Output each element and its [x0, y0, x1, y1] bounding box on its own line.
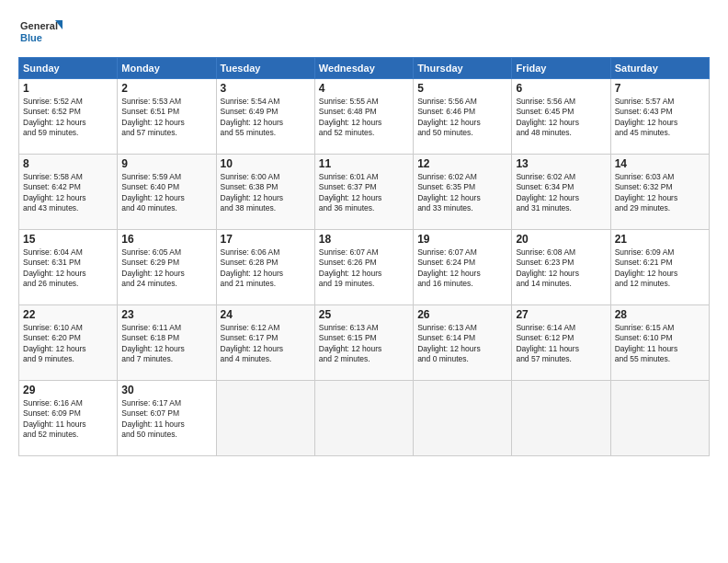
- day-number: 19: [417, 233, 507, 246]
- day-info: Sunrise: 6:14 AMSunset: 6:12 PMDaylight:…: [516, 323, 606, 365]
- day-number: 8: [23, 157, 113, 170]
- day-number: 5: [417, 82, 507, 95]
- day-number: 29: [23, 384, 113, 396]
- day-info: Sunrise: 5:57 AMSunset: 6:43 PMDaylight:…: [615, 97, 705, 139]
- logo-svg: General Blue: [18, 17, 64, 50]
- day-number: 17: [221, 233, 311, 246]
- day-number: 28: [615, 308, 705, 321]
- day-info: Sunrise: 6:01 AMSunset: 6:37 PMDaylight:…: [319, 172, 409, 214]
- day-info: Sunrise: 5:54 AMSunset: 6:49 PMDaylight:…: [221, 97, 311, 139]
- day-info: Sunrise: 5:55 AMSunset: 6:48 PMDaylight:…: [319, 97, 409, 139]
- col-header-tuesday: Tuesday: [216, 58, 314, 79]
- svg-text:Blue: Blue: [20, 32, 42, 43]
- day-info: Sunrise: 6:13 AMSunset: 6:15 PMDaylight:…: [319, 323, 409, 365]
- header: General Blue: [18, 17, 710, 50]
- day-cell: 25Sunrise: 6:13 AMSunset: 6:15 PMDayligh…: [314, 305, 413, 381]
- day-number: 27: [516, 308, 606, 321]
- day-cell: [216, 381, 314, 456]
- day-number: 12: [417, 157, 507, 170]
- day-info: Sunrise: 6:04 AMSunset: 6:31 PMDaylight:…: [23, 247, 113, 290]
- day-cell: 1Sunrise: 5:52 AMSunset: 6:52 PMDaylight…: [19, 79, 118, 155]
- day-cell: 10Sunrise: 6:00 AMSunset: 6:38 PMDayligh…: [216, 155, 314, 230]
- day-info: Sunrise: 5:58 AMSunset: 6:42 PMDaylight:…: [23, 172, 113, 214]
- day-cell: 12Sunrise: 6:02 AMSunset: 6:35 PMDayligh…: [414, 155, 512, 230]
- day-cell: 13Sunrise: 6:02 AMSunset: 6:34 PMDayligh…: [512, 155, 610, 230]
- day-cell: 11Sunrise: 6:01 AMSunset: 6:37 PMDayligh…: [314, 155, 413, 230]
- day-number: 13: [516, 157, 606, 170]
- day-info: Sunrise: 6:16 AMSunset: 6:09 PMDaylight:…: [23, 398, 113, 441]
- col-header-monday: Monday: [118, 58, 216, 79]
- calendar-page: General Blue SundayMondayTuesdayWednesda…: [0, 0, 728, 563]
- day-number: 10: [221, 157, 311, 170]
- day-number: 4: [319, 82, 409, 95]
- svg-text:General: General: [20, 20, 58, 31]
- day-info: Sunrise: 6:08 AMSunset: 6:23 PMDaylight:…: [516, 247, 606, 290]
- day-cell: 16Sunrise: 6:05 AMSunset: 6:29 PMDayligh…: [118, 230, 216, 305]
- day-cell: 5Sunrise: 5:56 AMSunset: 6:46 PMDaylight…: [414, 79, 512, 155]
- week-row-2: 8Sunrise: 5:58 AMSunset: 6:42 PMDaylight…: [19, 155, 710, 230]
- day-number: 18: [319, 233, 409, 246]
- day-info: Sunrise: 5:52 AMSunset: 6:52 PMDaylight:…: [23, 97, 113, 139]
- week-row-5: 29Sunrise: 6:16 AMSunset: 6:09 PMDayligh…: [19, 381, 710, 456]
- day-number: 7: [615, 82, 705, 95]
- day-cell: [610, 381, 709, 456]
- col-header-sunday: Sunday: [19, 58, 118, 79]
- day-cell: [314, 381, 413, 456]
- day-cell: 8Sunrise: 5:58 AMSunset: 6:42 PMDaylight…: [19, 155, 118, 230]
- day-info: Sunrise: 6:12 AMSunset: 6:17 PMDaylight:…: [221, 323, 311, 365]
- day-number: 11: [319, 157, 409, 170]
- day-cell: 7Sunrise: 5:57 AMSunset: 6:43 PMDaylight…: [610, 79, 709, 155]
- day-number: 24: [221, 308, 311, 321]
- day-info: Sunrise: 6:06 AMSunset: 6:28 PMDaylight:…: [221, 247, 311, 290]
- day-info: Sunrise: 6:09 AMSunset: 6:21 PMDaylight:…: [615, 247, 705, 290]
- col-header-thursday: Thursday: [414, 58, 512, 79]
- day-cell: 15Sunrise: 6:04 AMSunset: 6:31 PMDayligh…: [19, 230, 118, 305]
- day-info: Sunrise: 6:00 AMSunset: 6:38 PMDaylight:…: [221, 172, 311, 214]
- day-cell: 17Sunrise: 6:06 AMSunset: 6:28 PMDayligh…: [216, 230, 314, 305]
- week-row-4: 22Sunrise: 6:10 AMSunset: 6:20 PMDayligh…: [19, 305, 710, 381]
- day-number: 14: [615, 157, 705, 170]
- day-cell: 9Sunrise: 5:59 AMSunset: 6:40 PMDaylight…: [118, 155, 216, 230]
- day-info: Sunrise: 6:07 AMSunset: 6:24 PMDaylight:…: [417, 247, 507, 290]
- day-info: Sunrise: 5:53 AMSunset: 6:51 PMDaylight:…: [121, 97, 211, 139]
- calendar-table: SundayMondayTuesdayWednesdayThursdayFrid…: [18, 57, 710, 456]
- day-number: 20: [516, 233, 606, 246]
- col-header-saturday: Saturday: [610, 58, 709, 79]
- day-number: 22: [23, 308, 113, 321]
- day-number: 9: [121, 157, 211, 170]
- day-info: Sunrise: 5:56 AMSunset: 6:46 PMDaylight:…: [417, 97, 507, 139]
- logo: General Blue: [18, 17, 64, 50]
- day-info: Sunrise: 6:11 AMSunset: 6:18 PMDaylight:…: [121, 323, 211, 365]
- day-number: 1: [23, 82, 113, 95]
- day-cell: 26Sunrise: 6:13 AMSunset: 6:14 PMDayligh…: [414, 305, 512, 381]
- day-cell: 30Sunrise: 6:17 AMSunset: 6:07 PMDayligh…: [118, 381, 216, 456]
- day-cell: 3Sunrise: 5:54 AMSunset: 6:49 PMDaylight…: [216, 79, 314, 155]
- day-cell: 4Sunrise: 5:55 AMSunset: 6:48 PMDaylight…: [314, 79, 413, 155]
- day-cell: [414, 381, 512, 456]
- day-cell: 28Sunrise: 6:15 AMSunset: 6:10 PMDayligh…: [610, 305, 709, 381]
- day-info: Sunrise: 6:10 AMSunset: 6:20 PMDaylight:…: [23, 323, 113, 365]
- col-header-friday: Friday: [512, 58, 610, 79]
- day-cell: 22Sunrise: 6:10 AMSunset: 6:20 PMDayligh…: [19, 305, 118, 381]
- day-number: 2: [121, 82, 211, 95]
- day-cell: 29Sunrise: 6:16 AMSunset: 6:09 PMDayligh…: [19, 381, 118, 456]
- day-info: Sunrise: 6:05 AMSunset: 6:29 PMDaylight:…: [121, 247, 211, 290]
- day-cell: 24Sunrise: 6:12 AMSunset: 6:17 PMDayligh…: [216, 305, 314, 381]
- day-info: Sunrise: 6:02 AMSunset: 6:35 PMDaylight:…: [417, 172, 507, 214]
- day-info: Sunrise: 5:56 AMSunset: 6:45 PMDaylight:…: [516, 97, 606, 139]
- day-info: Sunrise: 6:07 AMSunset: 6:26 PMDaylight:…: [319, 247, 409, 290]
- day-cell: 6Sunrise: 5:56 AMSunset: 6:45 PMDaylight…: [512, 79, 610, 155]
- day-cell: 23Sunrise: 6:11 AMSunset: 6:18 PMDayligh…: [118, 305, 216, 381]
- day-number: 21: [615, 233, 705, 246]
- day-cell: 21Sunrise: 6:09 AMSunset: 6:21 PMDayligh…: [610, 230, 709, 305]
- day-cell: 18Sunrise: 6:07 AMSunset: 6:26 PMDayligh…: [314, 230, 413, 305]
- header-row: SundayMondayTuesdayWednesdayThursdayFrid…: [19, 58, 710, 79]
- day-cell: [512, 381, 610, 456]
- day-cell: 27Sunrise: 6:14 AMSunset: 6:12 PMDayligh…: [512, 305, 610, 381]
- week-row-3: 15Sunrise: 6:04 AMSunset: 6:31 PMDayligh…: [19, 230, 710, 305]
- day-cell: 19Sunrise: 6:07 AMSunset: 6:24 PMDayligh…: [414, 230, 512, 305]
- day-number: 30: [121, 384, 211, 396]
- day-cell: 20Sunrise: 6:08 AMSunset: 6:23 PMDayligh…: [512, 230, 610, 305]
- day-cell: 2Sunrise: 5:53 AMSunset: 6:51 PMDaylight…: [118, 79, 216, 155]
- day-info: Sunrise: 5:59 AMSunset: 6:40 PMDaylight:…: [121, 172, 211, 214]
